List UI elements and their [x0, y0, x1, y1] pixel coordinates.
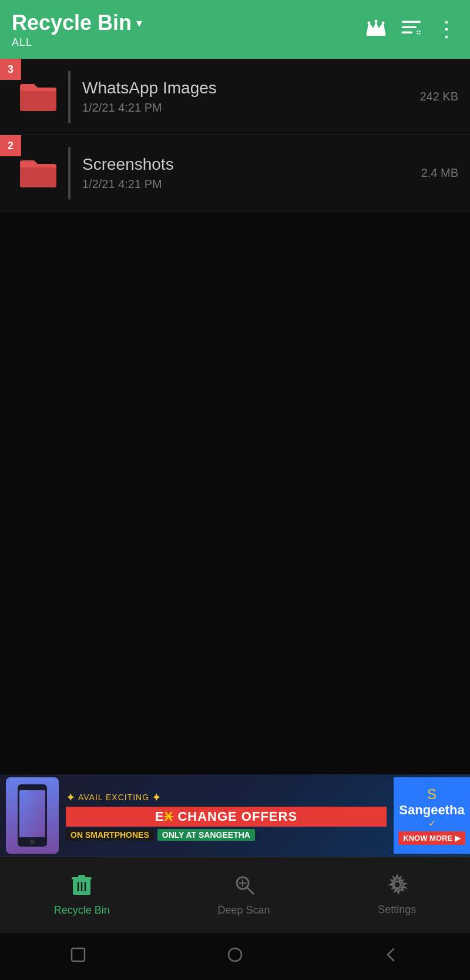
- settings-icon: [387, 874, 408, 900]
- ad-cta-button[interactable]: KNOW MORE ▶: [398, 831, 465, 845]
- ad-brand-name: Sangeetha: [399, 803, 464, 818]
- svg-rect-6: [402, 26, 417, 28]
- file-list: 3 WhatsApp Images 1/2/21 4:21 PM 242 KB …: [0, 59, 470, 212]
- divider: [68, 71, 70, 123]
- svg-point-3: [375, 20, 378, 23]
- header-title-area: Recycle Bin ▾ ALL: [12, 11, 365, 49]
- file-date: 1/2/21 4:21 PM: [82, 177, 421, 191]
- file-date: 1/2/21 4:21 PM: [82, 101, 419, 115]
- folder-icon-wrapper: [18, 155, 59, 192]
- file-info: WhatsApp Images 1/2/21 4:21 PM: [82, 79, 419, 115]
- item-badge: 3: [0, 59, 21, 80]
- deep-scan-icon: [233, 874, 254, 901]
- header-subtitle: ALL: [12, 36, 365, 49]
- app-container: Recycle Bin ▾ ALL: [0, 0, 470, 980]
- nav-item-recycle-bin[interactable]: Recycle Bin: [54, 874, 110, 917]
- list-filter-icon[interactable]: [401, 18, 422, 41]
- ad-sub-sangeetha: ONLY AT SANGEETHA: [157, 829, 255, 841]
- nav-label-deep-scan: Deep Scan: [217, 904, 270, 917]
- file-name: WhatsApp Images: [82, 79, 419, 98]
- header-icons: ⋮: [365, 17, 458, 42]
- system-recents-button[interactable]: [69, 946, 87, 968]
- empty-content-area: [0, 212, 470, 774]
- svg-rect-5: [402, 21, 421, 23]
- ad-brand-logo: S: [427, 786, 437, 803]
- svg-point-27: [229, 948, 241, 961]
- sparkle-icon: ✦: [66, 790, 76, 804]
- svg-point-2: [368, 22, 371, 25]
- system-back-button[interactable]: [383, 946, 401, 968]
- list-item[interactable]: 2 Screenshots 1/2/21 4:21 PM 2.4 MB: [0, 135, 470, 212]
- svg-point-14: [30, 840, 35, 844]
- file-list-area: 3 WhatsApp Images 1/2/21 4:21 PM 242 KB …: [0, 59, 470, 857]
- ad-banner[interactable]: ✦ AVAIL EXCITING ✦ EXEXCHANGE OFFERS CHA…: [0, 774, 470, 857]
- dropdown-arrow-icon[interactable]: ▾: [136, 16, 142, 30]
- header-title-row: Recycle Bin ▾: [12, 11, 365, 35]
- ad-sparkle-row: ✦ AVAIL EXCITING ✦: [66, 790, 387, 804]
- ad-exchange-text: EXEXCHANGE OFFERS CHANGE OFFERS: [66, 807, 387, 827]
- svg-rect-26: [72, 948, 85, 961]
- svg-rect-13: [19, 790, 45, 837]
- ad-sub-smartphones: ON SMARTPHONES: [66, 829, 154, 841]
- item-badge: 2: [0, 135, 21, 156]
- file-name: Screenshots: [82, 155, 421, 174]
- ad-phone-image: [6, 777, 59, 854]
- file-info: Screenshots 1/2/21 4:21 PM: [82, 155, 421, 191]
- list-item[interactable]: 3 WhatsApp Images 1/2/21 4:21 PM 242 KB: [0, 59, 470, 135]
- ad-brand-section: S Sangeetha ✓ KNOW MORE ▶: [394, 777, 470, 854]
- ad-brand-tagline: ✓: [428, 818, 436, 829]
- svg-point-4: [382, 22, 385, 25]
- ad-sub-row: ON SMARTPHONES ONLY AT SANGEETHA: [66, 829, 387, 841]
- nav-label-recycle-bin: Recycle Bin: [54, 904, 110, 917]
- nav-item-settings[interactable]: Settings: [378, 874, 416, 916]
- ad-content: ✦ AVAIL EXCITING ✦ EXEXCHANGE OFFERS CHA…: [59, 786, 394, 845]
- header: Recycle Bin ▾ ALL: [0, 0, 470, 59]
- sparkle-icon-2: ✦: [152, 790, 162, 804]
- svg-rect-7: [402, 31, 412, 33]
- svg-rect-17: [78, 875, 85, 878]
- svg-rect-1: [367, 35, 385, 36]
- more-options-icon[interactable]: ⋮: [436, 17, 458, 42]
- crown-icon[interactable]: [365, 18, 387, 41]
- svg-line-22: [247, 887, 253, 894]
- bottom-nav: Recycle Bin Deep Scan Sett: [0, 857, 470, 933]
- ad-ex-prefix: E: [155, 809, 164, 824]
- page-title: Recycle Bin: [12, 11, 132, 35]
- ad-ex-cross: X: [164, 809, 174, 824]
- system-nav-bar: [0, 933, 470, 980]
- ad-headline: AVAIL EXCITING: [78, 793, 149, 802]
- nav-item-deep-scan[interactable]: Deep Scan: [217, 874, 270, 917]
- ad-exchange-full: CHANGE OFFERS: [177, 809, 297, 824]
- system-home-button[interactable]: [226, 946, 244, 968]
- recycle-bin-icon: [71, 874, 92, 901]
- nav-label-settings: Settings: [378, 904, 416, 916]
- divider: [68, 147, 70, 200]
- file-size: 2.4 MB: [421, 166, 458, 180]
- folder-icon-wrapper: [18, 78, 59, 116]
- file-size: 242 KB: [419, 90, 458, 103]
